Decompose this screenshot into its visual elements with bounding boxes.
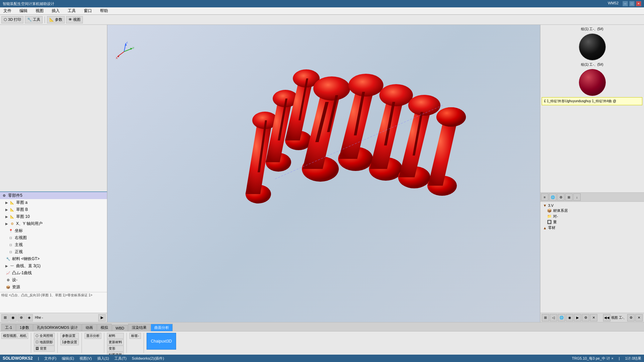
right-tool-arrow[interactable]: ↓ bbox=[573, 193, 581, 201]
close-button[interactable]: ✕ bbox=[636, 1, 641, 6]
tab-7[interactable]: 渲染结果 bbox=[128, 324, 150, 331]
btn-chaipuxt3d[interactable]: Chaipuxt3D bbox=[147, 333, 176, 350]
tree-item-curve[interactable]: ▶ 〰 曲线、直 3(1) bbox=[0, 262, 107, 269]
tree-item-right[interactable]: □ 右视图 bbox=[0, 234, 107, 241]
rb-tool-nav[interactable]: ◀◀ bbox=[603, 314, 610, 321]
sep2 bbox=[57, 333, 58, 353]
tree-item-1[interactable]: ▶ 📐 草图 a bbox=[0, 199, 107, 206]
menu-view-status[interactable]: 视图(V) bbox=[79, 356, 92, 361]
tree-item-3[interactable]: ▶ 📐 草图 10 bbox=[0, 213, 107, 220]
rb-tool-1[interactable]: ⊞ bbox=[542, 314, 549, 321]
section-model-view: 模型视图、相机 bbox=[1, 333, 28, 339]
btn-deform[interactable]: 变形 bbox=[107, 346, 124, 352]
btn-update-material[interactable]: 更新材料 bbox=[107, 339, 124, 345]
right-tool-globe[interactable]: 🌐 bbox=[549, 193, 556, 201]
viewport[interactable]: Z Y X bbox=[107, 25, 540, 322]
title-bar: 智能装配生空间计算机辅助设计 WM52 ─ □ ✕ bbox=[0, 0, 644, 7]
main-area: ⚙ 零部件5 ▶ 📐 草图 a ▶ 📐 草图 B ▶ 📐 草图 10 ▶ ⚙ bbox=[0, 25, 644, 322]
right-tool-list[interactable]: ≡ bbox=[541, 193, 548, 201]
tree-item-front[interactable]: □ 主视 bbox=[0, 241, 107, 248]
maximize-button[interactable]: □ bbox=[629, 1, 635, 6]
menu-help[interactable]: 帮助 bbox=[98, 7, 110, 14]
btn-show-analysis[interactable]: 显示分析 bbox=[85, 333, 101, 339]
tab-analysis[interactable]: 曲面分析 bbox=[151, 324, 173, 331]
svg-point-16 bbox=[313, 76, 350, 101]
right-tool-settings[interactable]: ⚙ bbox=[557, 193, 565, 201]
rb-tool-close[interactable]: ✕ bbox=[635, 314, 643, 321]
rb-tool-config[interactable]: ⚙ bbox=[627, 314, 635, 321]
tree-tool-2[interactable]: ◉ bbox=[9, 314, 17, 321]
btn-bg[interactable]: 🖼 背景 bbox=[34, 346, 55, 352]
menu-insert[interactable]: 插入 bbox=[50, 7, 62, 14]
btn-global-light[interactable]: ⬡ 全局照明 bbox=[34, 333, 55, 339]
menu-solidworks-status[interactable]: Solidworks(2)(插件) bbox=[132, 356, 164, 361]
rb-tool-7[interactable]: ✕ bbox=[590, 314, 597, 321]
tree-item-material[interactable]: 🔧 材料 <钢铁GT> bbox=[0, 255, 107, 262]
right-tree-3v[interactable]: ▼ 3.V bbox=[542, 203, 643, 208]
rb-tool-6[interactable]: ⚙ bbox=[582, 314, 589, 321]
tab-6[interactable]: WBD bbox=[112, 325, 128, 331]
toolbar-btn-3[interactable]: 📐 参数 bbox=[47, 16, 65, 23]
material-label-1: 组(1) 工-、(5#) bbox=[542, 26, 643, 32]
tab-3[interactable]: 孔向SORKWOMDS 设计 bbox=[33, 324, 82, 331]
btn-label[interactable]: 标签- bbox=[129, 333, 141, 339]
rb-tool-2[interactable]: ◁ bbox=[550, 314, 557, 321]
btn-material[interactable]: 材料 bbox=[107, 333, 124, 339]
right-panel-materials: 组(1) 工-、(5#) 组(1) 工-、(5#) £ 1_特征!外形Ughuy… bbox=[540, 25, 644, 192]
tab-5[interactable]: 模拟 bbox=[97, 324, 112, 331]
right-tool-layers[interactable]: ⊞ bbox=[565, 193, 573, 201]
right-tree-zhong[interactable]: 🔲 重 bbox=[542, 219, 643, 225]
btn-param-set2[interactable]: 1参数设置 bbox=[60, 339, 79, 345]
sep5 bbox=[126, 333, 127, 353]
status-file: TRG5.10_每3 pe_中 计 × bbox=[572, 356, 613, 361]
btn-tex-deform[interactable]: 贴图变形 bbox=[107, 352, 124, 355]
tree-item-resource[interactable]: 📦 资源 bbox=[0, 284, 107, 291]
menu-file-status[interactable]: 文件(F) bbox=[44, 356, 56, 361]
tab-1[interactable]: 工-1 bbox=[1, 324, 16, 331]
tree-tool-1[interactable]: ⊞ bbox=[1, 314, 9, 321]
menu-tools-status[interactable]: 工具(T) bbox=[114, 356, 126, 361]
right-tree-material[interactable]: 📦 材体系居 bbox=[542, 208, 643, 214]
tree-item-feature1[interactable]: 📈 凸ム-1曲线 bbox=[0, 269, 107, 277]
menu-edit-status[interactable]: 编辑(E) bbox=[62, 356, 74, 361]
tree-item-2[interactable]: ▶ 📐 草图 B bbox=[0, 206, 107, 213]
tree-root[interactable]: ⚙ 零部件5 bbox=[0, 192, 107, 199]
minimize-button[interactable]: ─ bbox=[623, 1, 628, 6]
menu-window[interactable]: 窗口 bbox=[82, 7, 94, 14]
tree-item-coord[interactable]: 📍 坐标 bbox=[0, 227, 107, 234]
rb-tool-3[interactable]: 🌐 bbox=[558, 314, 565, 321]
section-analysis: 显示分析 bbox=[85, 333, 101, 339]
material-section-2: 组(1) 工-、(5#) bbox=[542, 62, 643, 96]
material-sphere-1 bbox=[579, 34, 606, 60]
menu-edit[interactable]: 编辑 bbox=[17, 7, 30, 14]
menu-insert-status[interactable]: 插入(1) bbox=[97, 356, 109, 361]
tree-item-axis[interactable]: ▶ ⚙ X、Y 轴间用户 bbox=[0, 220, 107, 227]
btn-param-set1[interactable]: 参数设置 bbox=[60, 333, 79, 339]
svg-point-18 bbox=[348, 74, 383, 97]
tree-tool-3[interactable]: ⊕ bbox=[17, 314, 25, 321]
status-software: SOLIDWORKS2 bbox=[3, 356, 33, 361]
tab-4[interactable]: 动画 bbox=[82, 324, 97, 331]
right-tree-dui[interactable]: 📁 对- bbox=[542, 214, 643, 219]
menu-file[interactable]: 文件 bbox=[1, 7, 13, 14]
btn-model-view[interactable]: 模型视图、相机 bbox=[1, 333, 28, 339]
menu-view[interactable]: 视图 bbox=[34, 7, 46, 14]
btn-shadow[interactable]: ☐ 地面阴影 bbox=[34, 339, 55, 345]
tree-tool-4[interactable]: ◈ bbox=[25, 314, 33, 321]
tab-2[interactable]: 1参数 bbox=[16, 324, 33, 331]
status-coords: 1计.0结果 bbox=[625, 356, 641, 361]
toolbar-btn-2[interactable]: 🔧 工具 bbox=[25, 16, 43, 23]
menu-tools[interactable]: 工具 bbox=[66, 7, 78, 14]
section-model: ⬡ 全局照明 ☐ 地面阴影 🖼 背景 bbox=[34, 333, 55, 352]
toolbar-btn-1[interactable]: ⬡ 3D 打印 bbox=[1, 16, 23, 23]
svg-point-22 bbox=[408, 95, 440, 116]
right-tree-lingcai[interactable]: ▲ 零材 bbox=[542, 225, 643, 231]
section-label: 标签- bbox=[129, 333, 141, 339]
toolbar-btn-4[interactable]: 👁 视图 bbox=[66, 16, 83, 23]
rb-tool-5[interactable]: ▶ bbox=[574, 314, 581, 321]
material-sphere-2 bbox=[579, 69, 606, 96]
tree-expand-btn[interactable]: ▶ bbox=[98, 314, 106, 321]
tree-item-settings[interactable]: ⚙ 设- bbox=[0, 277, 107, 284]
tree-item-top[interactable]: □ 正视 bbox=[0, 248, 107, 255]
rb-tool-4[interactable]: ◉ bbox=[566, 314, 573, 321]
